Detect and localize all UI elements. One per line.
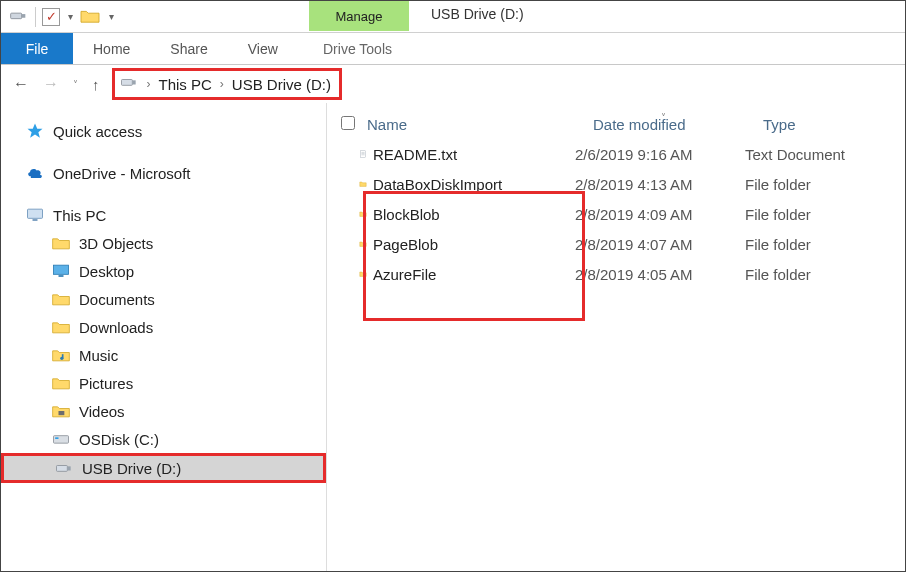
svg-rect-4 <box>28 209 43 218</box>
file-date: 2/8/2019 4:09 AM <box>575 206 745 223</box>
file-row[interactable]: AzureFile 2/8/2019 4:05 AM File folder <box>341 259 905 289</box>
tree-item-music[interactable]: Music <box>1 341 326 369</box>
tree-item-videos[interactable]: Videos <box>1 397 326 425</box>
tree-label: Desktop <box>79 263 134 280</box>
breadcrumb[interactable]: › This PC › USB Drive (D:) <box>112 68 343 100</box>
svg-rect-1 <box>22 14 26 18</box>
folder-icon <box>341 175 367 193</box>
forward-button[interactable]: → <box>43 75 59 93</box>
properties-icon[interactable]: ✓ <box>42 8 60 26</box>
nav-tree[interactable]: Quick access OneDrive - Microsoft This P… <box>1 103 327 571</box>
tree-label: OneDrive - Microsoft <box>53 165 191 182</box>
tree-item-documents[interactable]: Documents <box>1 285 326 313</box>
usb-drive-icon <box>54 459 74 477</box>
tree-label: USB Drive (D:) <box>82 460 181 477</box>
folder-icon <box>51 234 71 252</box>
folder-icon <box>341 265 367 283</box>
file-row[interactable]: PageBlob 2/8/2019 4:07 AM File folder <box>341 229 905 259</box>
column-headers: Name ˅ Date modified Type <box>327 109 905 139</box>
breadcrumb-root[interactable]: This PC <box>159 76 212 93</box>
tree-label: 3D Objects <box>79 235 153 252</box>
svg-rect-9 <box>59 411 65 415</box>
folder-icon <box>341 235 367 253</box>
tree-label: This PC <box>53 207 106 224</box>
drive-icon <box>119 72 139 96</box>
tree-item-desktop[interactable]: Desktop <box>1 257 326 285</box>
divider <box>35 7 36 27</box>
navigation-bar: ← → ˅ ↑ › This PC › USB Drive (D:) <box>1 65 905 103</box>
tree-label: Pictures <box>79 375 133 392</box>
window-title: USB Drive (D:) <box>431 6 524 22</box>
svg-rect-11 <box>55 437 58 439</box>
onedrive-node[interactable]: OneDrive - Microsoft <box>1 159 326 187</box>
tree-label: Music <box>79 347 118 364</box>
ribbon-tabs: File Home Share View <box>1 33 905 65</box>
folder-icon <box>51 290 71 308</box>
view-tab[interactable]: View <box>228 33 298 64</box>
tree-item-pictures[interactable]: Pictures <box>1 369 326 397</box>
tree-label: Documents <box>79 291 155 308</box>
tree-item-usb-drive[interactable]: USB Drive (D:) <box>1 453 326 483</box>
drive-tools-tab[interactable]: Drive Tools <box>323 41 392 57</box>
svg-point-8 <box>60 357 63 360</box>
folder-icon <box>341 205 367 223</box>
file-tab[interactable]: File <box>1 33 73 64</box>
this-pc-node[interactable]: This PC <box>1 201 326 229</box>
svg-rect-3 <box>132 80 135 84</box>
back-button[interactable]: ← <box>13 75 29 93</box>
file-list: Name ˅ Date modified Type README.txt 2/6… <box>327 103 905 571</box>
home-tab[interactable]: Home <box>73 33 150 64</box>
file-name: README.txt <box>367 146 575 163</box>
file-name: DataBoxDiskImport <box>367 176 575 193</box>
chevron-down-icon[interactable]: ▾ <box>109 11 114 22</box>
svg-rect-2 <box>121 80 132 86</box>
tree-label: Downloads <box>79 319 153 336</box>
quick-access-node[interactable]: Quick access <box>1 117 326 145</box>
star-icon <box>25 122 45 140</box>
tree-item-downloads[interactable]: Downloads <box>1 313 326 341</box>
breadcrumb-leaf[interactable]: USB Drive (D:) <box>232 76 331 93</box>
tree-label: OSDisk (C:) <box>79 431 159 448</box>
select-all-checkbox[interactable] <box>341 116 367 133</box>
column-name[interactable]: Name <box>367 116 593 133</box>
file-rows: README.txt 2/6/2019 9:16 AM Text Documen… <box>327 139 905 289</box>
nav-arrows: ← → ˅ ↑ <box>13 75 100 93</box>
file-type: File folder <box>745 236 905 253</box>
share-tab[interactable]: Share <box>150 33 227 64</box>
column-type[interactable]: Type <box>763 116 905 133</box>
disk-icon <box>51 430 71 448</box>
sort-chevron-icon: ˅ <box>661 112 666 123</box>
file-type: File folder <box>745 206 905 223</box>
pictures-folder-icon <box>51 374 71 392</box>
breadcrumb-separator: › <box>220 77 224 91</box>
chevron-down-icon[interactable]: ▾ <box>68 11 73 22</box>
tree-label: Quick access <box>53 123 142 140</box>
videos-folder-icon <box>51 402 71 420</box>
file-row[interactable]: README.txt 2/6/2019 9:16 AM Text Documen… <box>341 139 905 169</box>
file-row[interactable]: DataBoxDiskImport 2/8/2019 4:13 AM File … <box>341 169 905 199</box>
recent-locations-chevron[interactable]: ˅ <box>73 79 78 90</box>
file-row[interactable]: BlockBlob 2/8/2019 4:09 AM File folder <box>341 199 905 229</box>
quick-access-toolbar: ✓ ▾ ▾ <box>1 4 114 30</box>
desktop-icon <box>51 262 71 280</box>
column-date-modified[interactable]: ˅ Date modified <box>593 116 763 133</box>
contextual-tab-manage[interactable]: Manage <box>309 1 409 31</box>
file-type: Text Document <box>745 146 905 163</box>
cloud-icon <box>25 164 45 182</box>
tree-item-3d-objects[interactable]: 3D Objects <box>1 229 326 257</box>
pc-icon <box>25 206 45 224</box>
file-date: 2/8/2019 4:05 AM <box>575 266 745 283</box>
new-folder-icon[interactable] <box>79 6 101 28</box>
svg-rect-10 <box>54 436 69 444</box>
file-date: 2/6/2019 9:16 AM <box>575 146 745 163</box>
textfile-icon <box>341 145 367 163</box>
up-button[interactable]: ↑ <box>92 76 100 93</box>
svg-rect-13 <box>67 466 70 470</box>
svg-rect-0 <box>11 13 22 19</box>
svg-rect-12 <box>57 466 68 472</box>
tree-item-osdisk[interactable]: OSDisk (C:) <box>1 425 326 453</box>
svg-rect-5 <box>33 219 38 221</box>
drive-icon <box>7 4 29 30</box>
folder-icon <box>51 318 71 336</box>
file-date: 2/8/2019 4:07 AM <box>575 236 745 253</box>
